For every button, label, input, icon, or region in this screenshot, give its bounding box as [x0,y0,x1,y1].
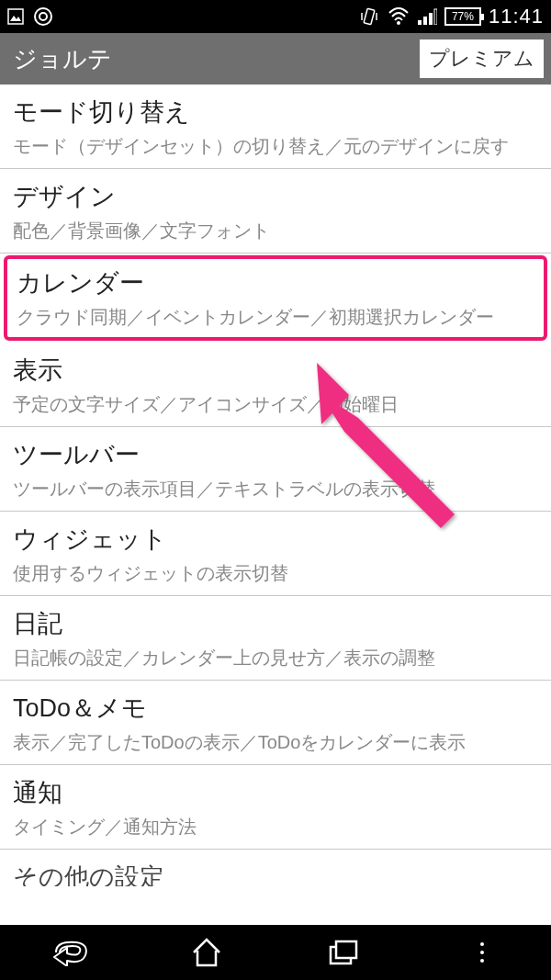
setting-description: 予定の文字サイズ／アイコンサイズ／開始曜日 [13,392,538,417]
navigation-bar [0,925,551,980]
setting-item[interactable]: 日記日記帳の設定／カレンダー上の見せ方／表示の調整 [0,596,551,681]
svg-point-2 [35,8,51,25]
svg-rect-11 [434,9,437,25]
setting-title: その他の設定 [13,861,538,886]
setting-description: タイミング／通知方法 [13,815,538,839]
setting-description: 使用するウィジェットの表示切替 [13,561,538,586]
setting-title: デザイン [13,180,538,213]
vibrate-icon [358,6,380,28]
setting-title: 表示 [13,354,538,387]
setting-item[interactable]: カレンダークラウド同期／イベントカレンダー／初期選択カレンダー [4,255,547,341]
setting-title: 通知 [13,776,538,809]
svg-rect-8 [418,20,422,25]
recent-apps-button[interactable] [308,929,381,975]
app-title: ジョルテ [13,43,112,75]
signal-icon [417,8,437,25]
setting-title: ツールバー [13,438,538,471]
svg-point-3 [39,13,47,20]
setting-description: クラウド同期／イベントカレンダー／初期選択カレンダー [17,305,534,330]
setting-title: ToDo＆メモ [13,692,538,725]
home-button[interactable] [170,929,243,975]
setting-item[interactable]: その他の設定 [0,850,551,886]
setting-description: 日記帳の設定／カレンダー上の見せ方／表示の調整 [13,646,538,670]
svg-rect-9 [423,17,427,25]
premium-button[interactable]: プレミアム [420,39,544,78]
setting-item[interactable]: 通知タイミング／通知方法 [0,765,551,850]
setting-title: 日記 [13,607,538,640]
wifi-icon [388,7,410,26]
svg-rect-14 [336,941,356,958]
status-bar: 77% 11:41 [0,0,551,33]
setting-item[interactable]: モード切り替えモード（デザインセット）の切り替え／元のデザインに戻す [0,84,551,169]
setting-item[interactable]: デザイン配色／背景画像／文字フォント [0,169,551,253]
back-button[interactable] [32,929,106,975]
setting-item[interactable]: ツールバーツールバーの表示項目／テキストラベルの表示切替 [0,427,551,512]
status-clock: 11:41 [489,5,544,28]
svg-rect-10 [429,13,433,25]
svg-point-7 [397,21,400,25]
svg-rect-4 [364,8,375,25]
setting-description: 配色／背景画像／文字フォント [13,219,538,243]
setting-description: モード（デザインセット）の切り替え／元のデザインに戻す [13,134,538,159]
setting-item[interactable]: 表示予定の文字サイズ／アイコンサイズ／開始曜日 [0,343,551,427]
setting-title: モード切り替え [13,96,538,129]
setting-item[interactable]: ウィジェット使用するウィジェットの表示切替 [0,512,551,596]
setting-description: ツールバーの表示項目／テキストラベルの表示切替 [13,477,538,501]
battery-icon: 77% [444,7,481,26]
app-header: ジョルテ プレミアム [0,33,551,84]
battery-percent: 77% [452,10,474,23]
image-icon [7,8,24,25]
setting-description: 表示／完了したToDoの表示／ToDoをカレンダーに表示 [13,730,538,755]
svg-marker-1 [10,16,21,21]
menu-button[interactable] [445,929,519,975]
settings-list: モード切り替えモード（デザインセット）の切り替え／元のデザインに戻すデザイン配色… [0,84,551,886]
svg-rect-0 [8,9,23,24]
setting-title: カレンダー [17,266,534,299]
setting-item[interactable]: ToDo＆メモ表示／完了したToDoの表示／ToDoをカレンダーに表示 [0,681,551,765]
setting-title: ウィジェット [13,523,538,556]
app-circle-icon [33,6,53,27]
